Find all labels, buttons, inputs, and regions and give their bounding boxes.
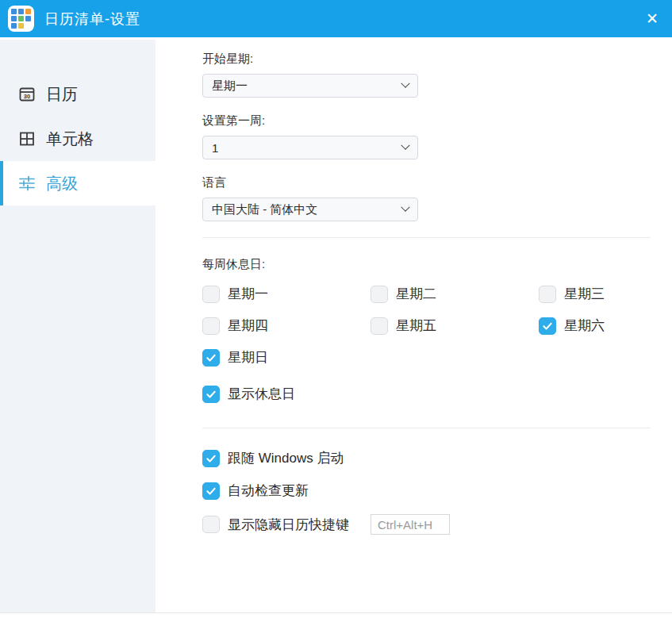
- rest-day-label: 星期二: [396, 285, 436, 303]
- calendar-icon: 30: [18, 86, 36, 103]
- rest-day-checkbox[interactable]: 星期六: [539, 317, 651, 335]
- auto-update-checkbox[interactable]: 自动检查更新: [202, 482, 309, 500]
- window-title: 日历清单-设置: [44, 10, 140, 29]
- checkbox-box[interactable]: [202, 482, 220, 500]
- auto-update-label: 自动检查更新: [228, 482, 309, 500]
- first-week-label: 设置第一周:: [202, 113, 651, 129]
- start-week-select[interactable]: 星期一: [202, 74, 418, 98]
- checkbox-box[interactable]: [371, 286, 388, 303]
- checkbox-box[interactable]: [371, 317, 388, 335]
- first-week-select[interactable]: 1: [202, 136, 418, 159]
- show-hide-hotkey-label: 显示隐藏日历快捷键: [228, 516, 349, 534]
- start-week-value: 星期一: [212, 79, 248, 94]
- checkbox-box[interactable]: [202, 349, 220, 367]
- rest-day-checkbox[interactable]: 星期四: [202, 317, 371, 335]
- language-label: 语言: [202, 175, 651, 190]
- checkbox-box[interactable]: [202, 450, 220, 467]
- startup-row: 跟随 Windows 启动: [202, 449, 651, 467]
- rest-day-checkbox[interactable]: 星期五: [371, 317, 539, 335]
- settings-panel: 开始星期: 星期一 设置第一周: 1 语言 中国大陆 - 简体中文 每周休息日:…: [156, 40, 672, 612]
- check-icon: [205, 352, 217, 363]
- rest-days-label: 每周休息日:: [202, 257, 651, 272]
- sidebar-item-calendar[interactable]: 30 日历: [0, 72, 156, 117]
- checkbox-box[interactable]: [539, 317, 556, 335]
- sidebar-item-cells[interactable]: 单元格: [0, 117, 156, 161]
- rest-day-checkbox[interactable]: 星期二: [371, 285, 539, 303]
- close-icon[interactable]: ✕: [632, 0, 672, 37]
- checkbox-box[interactable]: [202, 317, 220, 335]
- settings-window: 日历清单-设置 ✕ 30 日历 单元格 高级: [0, 0, 672, 618]
- sidebar-item-label: 单元格: [46, 129, 94, 150]
- rest-day-checkbox[interactable]: 星期三: [539, 285, 651, 303]
- first-week-value: 1: [212, 141, 218, 155]
- rest-day-checkbox[interactable]: 星期日: [202, 348, 371, 367]
- rest-day-label: 星期三: [564, 285, 605, 303]
- rest-day-label: 星期日: [228, 348, 268, 367]
- sliders-icon: [18, 175, 36, 192]
- svg-text:30: 30: [24, 93, 30, 100]
- start-with-windows-checkbox[interactable]: 跟随 Windows 启动: [202, 449, 344, 467]
- cells-grid-icon: [18, 130, 36, 148]
- hotkey-row: 显示隐藏日历快捷键: [202, 514, 651, 535]
- chevron-down-icon: [401, 79, 409, 88]
- titlebar: 日历清单-设置 ✕: [0, 0, 672, 37]
- sidebar-item-advanced[interactable]: 高级: [0, 161, 156, 205]
- section-divider: [202, 237, 651, 238]
- show-rest-days-checkbox[interactable]: 显示休息日: [202, 385, 295, 403]
- rest-day-checkbox[interactable]: 星期一: [202, 285, 371, 303]
- sidebar-item-label: 高级: [46, 173, 78, 194]
- sidebar: 30 日历 单元格 高级: [0, 40, 156, 612]
- language-select[interactable]: 中国大陆 - 简体中文: [202, 198, 418, 221]
- language-value: 中国大陆 - 简体中文: [212, 202, 317, 217]
- show-rest-days-label: 显示休息日: [228, 385, 295, 403]
- check-icon: [205, 486, 217, 497]
- check-icon: [205, 453, 217, 464]
- checkbox-box[interactable]: [202, 516, 220, 533]
- hotkey-input[interactable]: [371, 514, 450, 535]
- show-rest-days-row: 显示休息日: [202, 385, 651, 403]
- start-week-label: 开始星期:: [202, 52, 651, 67]
- rest-day-label: 星期四: [228, 317, 268, 335]
- check-icon: [205, 389, 217, 400]
- rest-day-label: 星期五: [396, 317, 436, 335]
- chevron-down-icon: [401, 203, 409, 212]
- rest-day-label: 星期六: [564, 317, 605, 335]
- rest-day-label: 星期一: [228, 285, 268, 303]
- app-logo-icon: [8, 6, 34, 32]
- checkbox-box[interactable]: [539, 286, 556, 303]
- section-divider: [202, 428, 651, 428]
- show-hide-hotkey-checkbox[interactable]: 显示隐藏日历快捷键: [202, 516, 349, 534]
- auto-update-row: 自动检查更新: [202, 482, 651, 500]
- start-with-windows-label: 跟随 Windows 启动: [228, 449, 344, 467]
- sidebar-item-label: 日历: [46, 84, 78, 106]
- window-bottom-edge: [0, 612, 672, 618]
- rest-days-grid: 星期一 星期二 星期三 星期四 星期五 星期六 星期日: [202, 285, 651, 367]
- checkbox-box[interactable]: [202, 386, 220, 403]
- chevron-down-icon: [401, 141, 409, 150]
- check-icon: [542, 321, 553, 332]
- checkbox-box[interactable]: [202, 286, 220, 303]
